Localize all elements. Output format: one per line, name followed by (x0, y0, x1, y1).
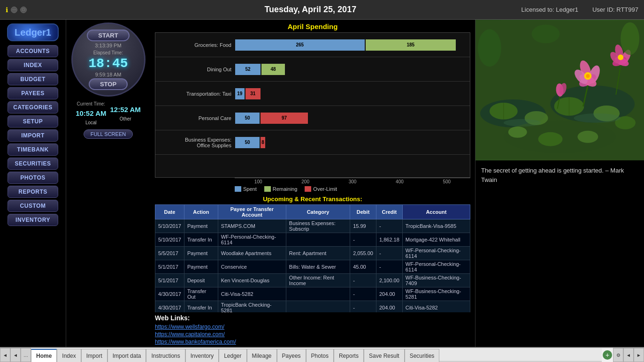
table-cell: - (376, 260, 402, 274)
chart-axis-label: 100 (235, 179, 282, 184)
sidebar-btn-securities[interactable]: SECURITIES (8, 158, 58, 170)
chart-row-label: Groceries: Food (155, 42, 235, 48)
bar-overlimit: 8 (261, 137, 265, 148)
table-cell: Ken Vincent-Douglas (218, 274, 286, 287)
info-icon: ℹ (6, 6, 8, 14)
sidebar-btn-timebank[interactable]: TIMEBANK (8, 143, 58, 156)
table-header-account: Account (402, 205, 470, 219)
chart-row: Transportation: Taxi1931 (155, 82, 470, 106)
tab-mileage[interactable]: Mileage (247, 349, 277, 362)
web-link-0[interactable]: https://www.wellsfargo.com/ (155, 324, 470, 330)
chart-row: Groceries: Food265185 (155, 33, 470, 57)
tab-inventory[interactable]: Inventory (185, 349, 219, 362)
sidebar-btn-import[interactable]: IMPORT (8, 129, 58, 142)
table-cell: Mortgage-422 Whitehall (402, 233, 470, 247)
table-cell: Other Income: Rent Income (286, 274, 350, 287)
start-button[interactable]: START (87, 30, 129, 41)
bar-spent: 19 (235, 88, 245, 99)
web-link-2[interactable]: https://www.bankofamerica.com/ (155, 339, 470, 345)
table-header-category: Category (286, 205, 350, 219)
svg-point-20 (586, 74, 590, 78)
bottom-tabs: ◄ ◄ … HomeIndexImportImport dataInstruct… (0, 347, 644, 362)
content-area: April Spending Groceries: Food265185Dini… (150, 20, 475, 347)
tab-payees[interactable]: Payees (277, 349, 306, 362)
table-area: Upcoming & Recent Transactions: DateActi… (150, 194, 475, 312)
tab-reports[interactable]: Reports (334, 349, 364, 362)
quote-text: The secret of getting ahead is getting s… (475, 160, 644, 190)
tab-setting[interactable]: ⚙ (613, 348, 623, 362)
sidebar-btn-inventory[interactable]: INVENTORY (8, 214, 58, 226)
bar-spent: 50 (235, 137, 260, 148)
tab-ledger[interactable]: Ledger (219, 349, 246, 362)
table-cell: Bills: Water & Sewer (286, 260, 350, 274)
table-cell: 5/1/2017 (155, 274, 184, 287)
table-cell (286, 233, 350, 247)
table-header-action: Action (184, 205, 218, 219)
sidebar-btn-categories[interactable]: CATEGORIES (8, 101, 58, 113)
table-header-debit: Debit (350, 205, 376, 219)
tab-import-data[interactable]: Import data (107, 349, 146, 362)
table-cell: WF-Personal-Checking-6114 (402, 247, 470, 260)
user-id: User ID: RTT997 (592, 6, 638, 13)
table-cell: WF-Business-Checking-7409 (402, 274, 470, 287)
sidebar-btn-photos[interactable]: PHOTOS (8, 172, 58, 184)
tab-home[interactable]: Home (31, 349, 57, 362)
tab-nav-prev[interactable]: ◄ (0, 348, 10, 362)
tab-nav-prev2[interactable]: ◄ (10, 348, 21, 362)
table-row: 5/1/2017DepositKen Vincent-DouglasOther … (155, 274, 470, 287)
stop-time: 9:59:18 AM (95, 72, 122, 77)
table-cell: Payment (184, 219, 218, 233)
sidebar-btn-setup[interactable]: SETUP (8, 115, 58, 128)
tab-scroll-right[interactable]: ► (634, 348, 644, 362)
tab-securities[interactable]: Securities (405, 349, 440, 362)
timer-section: START 3:13:39 PM Elapsed Time: 18:45 9:5… (66, 20, 150, 347)
svg-point-33 (621, 22, 639, 55)
window-controls[interactable]: ⋯ (11, 7, 17, 13)
stop-button[interactable]: STOP (89, 78, 128, 90)
table-cell: 4/30/2017 (155, 301, 184, 313)
page-date: Tuesday, April 25, 2017 (100, 5, 521, 15)
tab-import[interactable]: Import (81, 349, 107, 362)
tab-add-button[interactable]: + (603, 350, 612, 360)
tab-nav-more[interactable]: … (21, 348, 31, 362)
svg-point-9 (508, 127, 527, 138)
table-cell: - (350, 301, 376, 313)
chart-row: Business Expenses: Office Supplies508 (155, 130, 470, 155)
chart-bars: 5097 (235, 111, 470, 125)
tab-index[interactable]: Index (57, 349, 81, 362)
tab-instructions[interactable]: Instructions (146, 349, 185, 362)
bar-spent: 50 (235, 113, 260, 124)
fullscreen-button[interactable]: FULL SCREEN (84, 129, 133, 139)
chart-row-label: Business Expenses: Office Supplies (155, 137, 235, 148)
table-header-date: Date (155, 205, 184, 219)
sidebar-btn-accounts[interactable]: ACCOUNTS (8, 45, 58, 57)
chart-legend: Spent Remaining Over-Limit (235, 186, 470, 192)
bar-spent: 265 (235, 39, 365, 51)
bar-remaining: 48 (261, 64, 285, 75)
sidebar-btn-index[interactable]: INDEX (8, 59, 58, 71)
svg-point-32 (478, 29, 501, 67)
chart-row-label: Dining Out (155, 67, 235, 72)
sidebar-btn-budget[interactable]: BUDGET (8, 73, 58, 85)
tab-save-result[interactable]: Save Result (364, 349, 405, 362)
table-cell (286, 301, 350, 313)
legend-overlimit-label: Over-Limit (313, 186, 337, 192)
current-time: 10:52 AM (76, 108, 106, 119)
table-row: 5/5/2017PaymentWoodlake ApartmentsRent: … (155, 247, 470, 260)
current-label: Current Time: (76, 100, 106, 108)
tab-photos[interactable]: Photos (306, 349, 334, 362)
sidebar-btn-payees[interactable]: PAYEES (8, 87, 58, 99)
table-cell: Business Expenses: Subscrip (286, 219, 350, 233)
bar-overlimit: 97 (261, 113, 308, 124)
tab-scroll-left[interactable]: ◄ (623, 348, 634, 362)
maximize-btn[interactable]: □ (20, 7, 27, 13)
sidebar-btn-custom[interactable]: CUSTOM (8, 200, 58, 212)
sidebar-btn-reports[interactable]: REPORTS (8, 186, 58, 198)
chart-axis-label: 300 (329, 179, 376, 184)
other-label: Other (110, 115, 141, 123)
app-logo: Ledger1 (7, 23, 59, 41)
table-header-payee-or-transfer-account: Payee or Transfer Account (218, 205, 286, 219)
elapsed-label: Elapsed Time: (93, 50, 123, 55)
table-cell: - (350, 274, 376, 287)
web-link-1[interactable]: https://www.capitalone.com/ (155, 331, 470, 338)
